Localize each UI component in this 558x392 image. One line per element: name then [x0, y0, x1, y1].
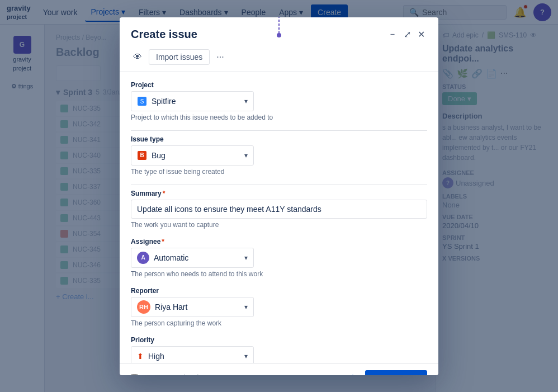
bug-icon: B: [137, 150, 147, 160]
assignee-hint: The person who needs to attend to this w…: [131, 270, 427, 278]
reporter-select[interactable]: RH Riya Hart ▾: [131, 297, 254, 317]
assignee-value: Automatic: [154, 253, 188, 262]
priority-field-group: Priority ⬆ High ▾ How important is this …: [131, 336, 427, 363]
assignee-chevron-icon: ▾: [244, 254, 248, 262]
issue-type-hint: The type of issue being created: [131, 168, 427, 176]
modal-footer: Create another issue Cancel Create Issue: [120, 363, 438, 375]
cancel-button[interactable]: Cancel: [323, 370, 361, 375]
summary-field-group: Summary * The work you want to capture: [131, 190, 427, 229]
modal-header-actions: － ⤢ ✕: [386, 26, 427, 42]
import-issues-button[interactable]: Import issues: [149, 49, 210, 65]
summary-input[interactable]: [131, 200, 427, 219]
assignee-required-indicator: *: [162, 238, 164, 245]
issue-type-field-group: Issue type B Bug ▾ The type of issue bei…: [131, 135, 427, 176]
assignee-label: Assignee *: [131, 238, 427, 245]
watch-button[interactable]: 👁: [131, 50, 144, 64]
reporter-label: Reporter: [131, 287, 427, 295]
modal-top-bar: 👁 Import issues ···: [120, 49, 438, 72]
assignee-select[interactable]: A Automatic ▾: [131, 248, 254, 268]
project-value: Spitfire: [152, 97, 176, 106]
modal-overlay: 1 Create issue － ⤢ ✕ 👁 Import issues ···…: [0, 0, 558, 392]
summary-hint: The work you want to capture: [131, 221, 427, 229]
svg-text:S: S: [140, 98, 144, 105]
issue-type-select[interactable]: B Bug ▾: [131, 145, 254, 166]
project-chevron-icon: ▾: [244, 97, 248, 105]
reporter-value: Riya Hart: [155, 303, 187, 311]
divider-1: [131, 130, 427, 131]
reporter-chevron-icon: ▾: [244, 303, 248, 311]
summary-label: Summary *: [131, 190, 427, 197]
priority-label: Priority: [131, 336, 427, 344]
priority-select[interactable]: ⬆ High ▾: [131, 346, 254, 363]
close-button[interactable]: ✕: [415, 27, 427, 42]
minimize-button[interactable]: －: [386, 26, 399, 42]
reporter-hint: The person capturing the work: [131, 319, 427, 327]
issue-type-chevron-icon: ▾: [244, 152, 248, 159]
assignee-field-group: Assignee * A Automatic ▾ The person who …: [131, 238, 427, 278]
modal-header: Create issue － ⤢ ✕: [120, 17, 438, 49]
project-hint: Project to which this issue needs to be …: [131, 114, 427, 121]
project-field-group: Project S Spitfire ▾ Project to which th…: [131, 81, 427, 121]
reporter-field-group: Reporter RH Riya Hart ▾ The person captu…: [131, 287, 427, 327]
create-issue-modal: 1 Create issue － ⤢ ✕ 👁 Import issues ···…: [120, 17, 438, 375]
priority-chevron-icon: ▾: [244, 352, 248, 360]
project-label: Project: [131, 81, 427, 89]
expand-button[interactable]: ⤢: [401, 27, 413, 42]
issue-type-label: Issue type: [131, 135, 427, 143]
issue-type-value: Bug: [152, 151, 165, 160]
project-select[interactable]: S Spitfire ▾: [131, 91, 254, 111]
project-logo-icon: S: [137, 96, 147, 106]
more-options-button[interactable]: ···: [214, 50, 226, 64]
priority-high-icon: ⬆: [137, 352, 144, 361]
divider-2: [131, 185, 427, 185]
reporter-avatar-icon: RH: [137, 300, 150, 314]
create-issue-button[interactable]: Create Issue: [365, 370, 427, 375]
priority-value: High: [148, 352, 164, 361]
modal-body: Project S Spitfire ▾ Project to which th…: [120, 72, 438, 363]
required-indicator: *: [163, 190, 165, 197]
create-another-label[interactable]: Create another issue: [143, 374, 215, 375]
modal-title: Create issue: [131, 28, 386, 41]
assignee-avatar-icon: A: [137, 252, 149, 264]
create-another-checkbox[interactable]: [131, 374, 138, 375]
